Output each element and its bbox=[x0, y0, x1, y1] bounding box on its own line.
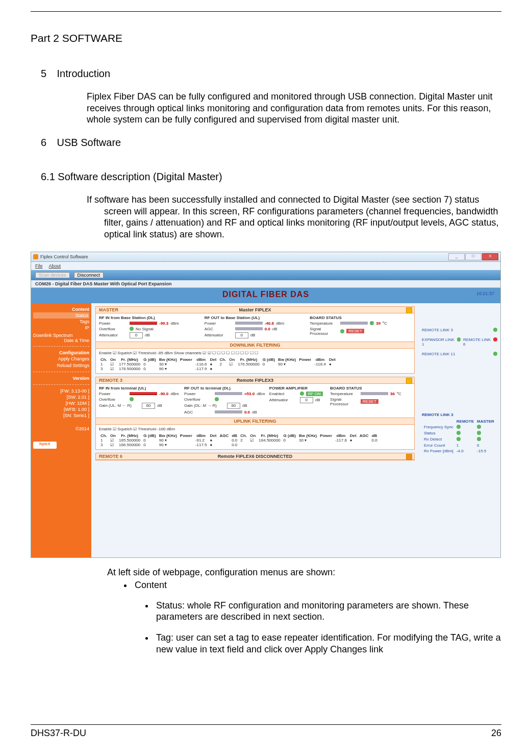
sidebar-configuration: Configuration bbox=[33, 350, 89, 356]
expand-icon[interactable] bbox=[406, 454, 412, 460]
page-footer: DHS37-R-DU 26 bbox=[31, 724, 501, 739]
bullet-status: Status: whole RF configuration and monit… bbox=[154, 600, 501, 623]
rf-on-button[interactable]: RF ON bbox=[306, 392, 323, 396]
com-line: COM26 - Digital Fiber DAS Master With Op… bbox=[31, 280, 500, 288]
minimize-button[interactable]: _ bbox=[448, 253, 465, 260]
uplink-channel-table: Ch.OnFr. (MHz)G (dB)Bw (KHz)PowerdBmDetA… bbox=[99, 433, 379, 447]
remote-link-3[interactable]: REMOTE LINK 3 bbox=[422, 328, 453, 332]
table-row: 3☑178.500000090 ▾-117.9● bbox=[99, 367, 337, 371]
sidebar: Content Status Tags IP Downlink Spectrum… bbox=[31, 303, 91, 557]
part-title: Part 2 SOFTWARE bbox=[31, 32, 501, 44]
remote-link-6[interactable]: REMOTE LINK 6 bbox=[463, 337, 493, 347]
app-window: Fiplex Control Software _ □ X File About… bbox=[31, 252, 501, 558]
app-big-title: DIGITAL FIBER DAS 16:21:37 bbox=[31, 288, 500, 303]
section-5-body: Fiplex Fiber DAS can be fully configured… bbox=[87, 91, 501, 126]
section-6-heading: 6 USB Software bbox=[41, 137, 501, 149]
sidebar-spectrum[interactable]: Downlink Spectrum bbox=[33, 333, 89, 338]
collapse-icon[interactable] bbox=[406, 307, 412, 313]
reset-button[interactable]: RESET bbox=[346, 329, 364, 333]
sidebar-reload-settings[interactable]: Reload Settings bbox=[33, 362, 89, 369]
remote3-panel: REMOTE 3 Remote FIPLEX3 RF IN from termi… bbox=[95, 377, 415, 450]
rfin-att-input[interactable]: 0 bbox=[130, 332, 143, 338]
window-title: Fiplex Control Software bbox=[40, 254, 88, 259]
command-bar: Scan devices Disconnect bbox=[31, 270, 500, 280]
bullet-tag: Tag: user can set a tag to ease repeater… bbox=[154, 632, 501, 655]
master-header: MASTER bbox=[99, 307, 118, 312]
master-name: Master FIPLEX bbox=[239, 307, 271, 312]
collapse-icon[interactable] bbox=[406, 378, 412, 384]
fiplex-logo: fipleX bbox=[33, 442, 57, 449]
menu-bar: File About bbox=[31, 262, 500, 270]
sidebar-datetime[interactable]: Date & Time bbox=[33, 338, 89, 343]
sidebar-content[interactable]: Content bbox=[33, 306, 89, 312]
rfin-att-label: Attenuator bbox=[99, 333, 128, 337]
remote6-panel: REMOTE 6 Remote FIPLEX6 DISCONNECTED bbox=[95, 453, 415, 460]
sidebar-version-label: Version bbox=[33, 375, 89, 381]
remote-link-11[interactable]: REMOTE LINK 11 bbox=[422, 352, 455, 356]
remote3-header: REMOTE 3 bbox=[99, 378, 122, 383]
remote-link-3-stats: REMOTE LINK 3 REMOTEMASTER Frequency Syn… bbox=[422, 412, 497, 454]
rfin-overflow-label: Overflow bbox=[99, 327, 128, 331]
scan-devices-button[interactable]: Scan devices bbox=[35, 272, 70, 278]
master-panel: MASTER Master FIPLEX RF IN from Base Sta… bbox=[95, 306, 415, 374]
section-6-title: USB Software bbox=[57, 137, 121, 148]
sidebar-ip[interactable]: IP bbox=[33, 325, 89, 331]
footer-docid: DHS37-R-DU bbox=[31, 728, 86, 739]
rfout-power-value: -40.8 bbox=[265, 321, 274, 326]
table-row: 1☑177.500000030 ▾-116.6●2☑176.500000090 … bbox=[99, 362, 337, 367]
version-wfb: [WFB: 1.00 ] bbox=[33, 406, 89, 412]
rfout-title: RF OUT to Base Station (UL) bbox=[205, 315, 306, 320]
menu-file[interactable]: File bbox=[35, 263, 43, 269]
clock: 16:21:37 bbox=[476, 291, 494, 296]
maximize-button[interactable]: □ bbox=[465, 253, 482, 260]
version-sw: [SW: 2.01 ] bbox=[33, 394, 89, 400]
downlink-channel-table: Ch.OnFr. (MHz)G (dB)Bw (KHz)PowerdBmDetC… bbox=[99, 357, 337, 371]
sidebar-tags[interactable]: Tags bbox=[33, 319, 89, 325]
footer-page-number: 26 bbox=[491, 728, 501, 739]
bullet-content: Content bbox=[133, 580, 501, 591]
section-6-1-body: If software has been successfully instal… bbox=[87, 194, 501, 240]
sidebar-apply-changes[interactable]: Apply Changes bbox=[33, 356, 89, 362]
section-6-1-heading: 6.1 Software description (Digital Master… bbox=[41, 171, 501, 183]
remote3-name: Remote FIPLEX3 bbox=[237, 378, 273, 383]
section-5-heading: 5 Introduction bbox=[41, 68, 501, 80]
rfout-att-input[interactable]: 0 bbox=[235, 332, 248, 338]
titlebar: Fiplex Control Software _ □ X bbox=[31, 252, 500, 262]
expansor-link-1[interactable]: EXPANSOR LINK 1 bbox=[422, 337, 457, 347]
rfin-overflow-value: No Signal bbox=[136, 327, 154, 331]
version-fw: [FW: 3.13-00 ] bbox=[33, 388, 89, 394]
section-5-title: Introduction bbox=[57, 68, 111, 79]
main-area: MASTER Master FIPLEX RF IN from Base Sta… bbox=[91, 303, 500, 557]
downlink-filtering-title: DOWNLINK FILTERING bbox=[96, 342, 414, 349]
section-5-number: 5 bbox=[41, 68, 54, 80]
menu-about[interactable]: About bbox=[49, 263, 61, 269]
rfin-power-value: -99.3 bbox=[159, 321, 168, 326]
rfout-agc-value: 0.0 bbox=[265, 327, 270, 331]
board-temp-value: 39 bbox=[376, 321, 381, 326]
close-button[interactable]: X bbox=[482, 253, 498, 260]
table-header: Ch.OnFr. (MHz)G (dB)Bw (KHz)PowerdBmDetC… bbox=[99, 357, 337, 362]
app-icon bbox=[33, 254, 38, 259]
sidebar-status[interactable]: Status bbox=[33, 312, 89, 319]
version-sn: [SN: Serie1 ] bbox=[33, 412, 89, 419]
downlink-filter-controls[interactable]: Enable ☑ Squelch ☑ Threshold -85 dBm Sho… bbox=[99, 351, 411, 355]
rfin-power-label: Power bbox=[99, 321, 128, 326]
disconnect-button[interactable]: Disconnect bbox=[74, 272, 104, 278]
board-title: BOARD STATUS bbox=[310, 315, 411, 320]
right-column: REMOTE LINK 3 EXPANSOR LINK 1 REMOTE LIN… bbox=[419, 303, 500, 557]
version-hw: [HW: 1DM ] bbox=[33, 400, 89, 406]
section-6-number: 6 bbox=[41, 137, 54, 149]
rfin-title: RF IN from Base Station (DL) bbox=[99, 315, 200, 320]
copyright: ©2014 bbox=[33, 426, 89, 431]
after-image-intro: At left side of webpage, configuration m… bbox=[107, 567, 501, 578]
